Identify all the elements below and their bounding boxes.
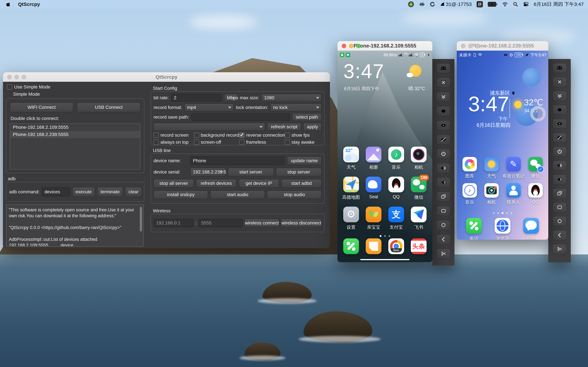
volume-up-button[interactable] [552,160,567,171]
frameless-checkbox[interactable] [239,140,244,145]
touch-button[interactable] [436,106,451,116]
stop-server-button[interactable]: stop server [276,168,322,176]
script-select[interactable] [154,123,265,131]
background-record-checkbox[interactable] [194,133,199,138]
bit-rate-input[interactable]: 2 [171,94,222,102]
app-hw-camera[interactable]: 相机 [481,183,502,209]
expand-notification-button[interactable] [436,92,451,102]
app-alipay[interactable]: 支支付宝 [385,207,407,237]
app-settings[interactable]: 设置 [340,207,363,237]
stay-awake-option[interactable]: stay awake [285,140,321,145]
app-hw-phone[interactable]: 电话 [466,218,482,240]
input-method-badge[interactable]: 拼 [477,1,483,7]
android-status-icon[interactable] [408,1,414,7]
screen-on-button[interactable] [552,119,567,129]
device-list-item[interactable]: Phone-192.168.2.239:5555 [10,131,140,138]
use-simple-mode-checkbox[interactable] [7,84,12,90]
phone2-title-bar[interactable]: Phone-192.168.2.239:5555 [457,41,548,51]
close-button[interactable] [7,75,12,79]
app-amap[interactable]: 高德地图 [340,177,363,207]
refresh-script-button[interactable]: refresh script [267,123,301,131]
usb-connect-button[interactable]: USB Connect [77,102,140,112]
device-serial-select[interactable]: 192.168.2.239:5 [190,168,225,176]
app-youdao[interactable]: 有道云笔记 [502,157,525,183]
apple-menu-icon[interactable] [6,2,11,7]
start-adbd-button[interactable]: start adbd [281,179,322,188]
record-screen-option[interactable]: record screen [154,133,194,138]
close-button[interactable] [461,44,466,48]
apply-button[interactable]: apply [303,123,321,131]
screenshot-button[interactable] [552,244,567,254]
lock-orientation-select[interactable]: no lock [270,104,321,111]
record-format-select[interactable]: mp4 [184,104,234,111]
app-qq[interactable]: QQ [385,177,407,207]
app-qinbaobao[interactable]: 亲宝宝 [363,207,385,237]
stats-bars-icon[interactable] [419,1,424,7]
wifi-icon[interactable] [502,1,508,7]
reverse-connection-option[interactable]: reverse connection [239,133,285,138]
menu-button[interactable] [552,202,567,212]
touch-button[interactable] [552,105,567,115]
minimize-button[interactable] [14,75,19,79]
back-button[interactable] [552,230,567,240]
app-hw-browser[interactable]: 浏览器 [495,218,510,240]
screen-off-option[interactable]: screen-off [194,140,239,145]
max-size-select[interactable]: 1080 [261,94,321,102]
wireless-port-input[interactable]: 5555 [199,219,242,227]
app-hw-weather[interactable]: 天气 [481,157,502,183]
select-path-button[interactable]: select path [292,113,321,121]
zoom-button[interactable] [356,44,361,48]
app-hw-gallery[interactable]: 图库 [459,157,481,183]
show-fps-option[interactable]: show fps [285,133,321,138]
expand-notification-button[interactable] [552,91,567,101]
stay-awake-checkbox[interactable] [285,140,290,145]
app-music[interactable]: 音乐 [385,147,407,177]
app-hw-messages[interactable]: 信息 [523,218,539,240]
show-fps-checkbox[interactable] [285,133,290,138]
clear-button[interactable]: clear [125,187,142,197]
app-switch-button[interactable] [552,188,567,198]
menu-bar-clock[interactable]: 6月16日 周四 下午3:47 [534,1,584,8]
start-server-button[interactable]: start server [228,168,274,176]
screenshot-button[interactable] [436,249,451,259]
install-sndcpy-button[interactable]: install sndcpy [154,190,208,199]
terminate-button[interactable]: terminate [97,187,123,197]
menu-button[interactable] [436,206,451,216]
minimize-button[interactable] [468,44,473,48]
device-name-input[interactable]: Phone [190,157,285,165]
control-center-icon[interactable] [523,1,529,7]
home-button[interactable] [552,216,567,226]
app-seal[interactable]: Seal [363,177,385,207]
frameless-option[interactable]: frameless [239,140,285,145]
reverse-connection-checkbox[interactable] [239,133,244,138]
phone1-home-indicator[interactable] [360,259,409,260]
start-audio-button[interactable]: start audio [210,190,265,199]
refresh-devices-button[interactable]: refresh devices [196,179,237,188]
app-toutiao[interactable]: 头条 [407,238,430,258]
phone1-title-bar[interactable]: Phone-192.168.2.109:5555 [337,41,432,51]
screen-off-button[interactable] [552,133,567,143]
app-notes[interactable] [363,238,385,258]
app-weather[interactable]: 32°天气 [340,147,363,177]
app-chrome[interactable]: Beta [385,238,407,258]
volume-down-button[interactable] [552,174,567,184]
group-control-button[interactable] [436,63,451,73]
swirl-app-icon[interactable] [430,1,435,7]
app-switch-button[interactable] [436,192,451,202]
wireless-connect-button[interactable]: wireless connect [244,219,279,227]
back-button[interactable] [436,234,451,244]
always-on-top-checkbox[interactable] [154,140,159,145]
active-app-name[interactable]: QtScrcpy [18,1,40,7]
app-phone[interactable] [340,238,363,258]
device-list[interactable]: Phone-192.168.2.109:5555 Phone-192.168.2… [10,123,140,170]
wireless-disconnect-button[interactable]: wireless disconnect [281,219,321,227]
qtscrcpy-title-bar[interactable]: QtScrcpy [3,72,330,82]
app-feishu[interactable]: 飞书 [407,207,430,237]
app-wechat[interactable]: 189微信 [407,177,430,207]
volume-up-button[interactable] [436,163,451,173]
phone2-screen[interactable]: 未插卡 100 下午3:47 浦东新区 3:47 下午 32℃ 34 / 21 … [457,51,548,240]
execute-button[interactable]: execute [72,187,95,197]
wireless-ip-input[interactable]: 192.168.0.1 [154,219,193,227]
phone1-screen[interactable]: 89.9K/s HD 5 3:47 6月16日 周四下午 晴 32°C 32°天… [337,51,432,262]
record-screen-checkbox[interactable] [154,133,159,138]
